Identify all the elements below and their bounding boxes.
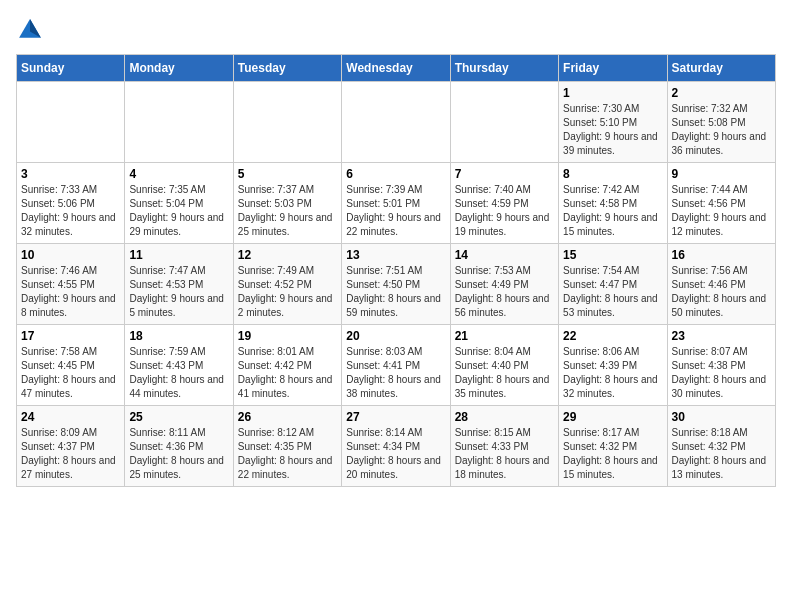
- day-number: 25: [129, 410, 228, 424]
- day-info: Sunrise: 7:53 AM Sunset: 4:49 PM Dayligh…: [455, 264, 554, 320]
- calendar-day-cell: 1Sunrise: 7:30 AM Sunset: 5:10 PM Daylig…: [559, 82, 667, 163]
- day-number: 19: [238, 329, 337, 343]
- day-number: 2: [672, 86, 771, 100]
- calendar-table: SundayMondayTuesdayWednesdayThursdayFrid…: [16, 54, 776, 487]
- weekday-header-row: SundayMondayTuesdayWednesdayThursdayFrid…: [17, 55, 776, 82]
- calendar-day-cell: 14Sunrise: 7:53 AM Sunset: 4:49 PM Dayli…: [450, 244, 558, 325]
- day-number: 14: [455, 248, 554, 262]
- day-number: 15: [563, 248, 662, 262]
- calendar-day-cell: 6Sunrise: 7:39 AM Sunset: 5:01 PM Daylig…: [342, 163, 450, 244]
- day-info: Sunrise: 7:37 AM Sunset: 5:03 PM Dayligh…: [238, 183, 337, 239]
- day-info: Sunrise: 7:58 AM Sunset: 4:45 PM Dayligh…: [21, 345, 120, 401]
- day-number: 11: [129, 248, 228, 262]
- day-info: Sunrise: 8:09 AM Sunset: 4:37 PM Dayligh…: [21, 426, 120, 482]
- calendar-day-cell: 20Sunrise: 8:03 AM Sunset: 4:41 PM Dayli…: [342, 325, 450, 406]
- day-number: 30: [672, 410, 771, 424]
- day-info: Sunrise: 7:49 AM Sunset: 4:52 PM Dayligh…: [238, 264, 337, 320]
- day-info: Sunrise: 7:46 AM Sunset: 4:55 PM Dayligh…: [21, 264, 120, 320]
- day-info: Sunrise: 7:40 AM Sunset: 4:59 PM Dayligh…: [455, 183, 554, 239]
- day-info: Sunrise: 7:59 AM Sunset: 4:43 PM Dayligh…: [129, 345, 228, 401]
- day-info: Sunrise: 8:06 AM Sunset: 4:39 PM Dayligh…: [563, 345, 662, 401]
- day-info: Sunrise: 7:42 AM Sunset: 4:58 PM Dayligh…: [563, 183, 662, 239]
- day-info: Sunrise: 8:12 AM Sunset: 4:35 PM Dayligh…: [238, 426, 337, 482]
- calendar-day-cell: 5Sunrise: 7:37 AM Sunset: 5:03 PM Daylig…: [233, 163, 341, 244]
- day-info: Sunrise: 7:44 AM Sunset: 4:56 PM Dayligh…: [672, 183, 771, 239]
- calendar-day-cell: 4Sunrise: 7:35 AM Sunset: 5:04 PM Daylig…: [125, 163, 233, 244]
- calendar-day-cell: 28Sunrise: 8:15 AM Sunset: 4:33 PM Dayli…: [450, 406, 558, 487]
- calendar-week-row: 10Sunrise: 7:46 AM Sunset: 4:55 PM Dayli…: [17, 244, 776, 325]
- day-info: Sunrise: 8:03 AM Sunset: 4:41 PM Dayligh…: [346, 345, 445, 401]
- day-number: 12: [238, 248, 337, 262]
- day-info: Sunrise: 7:39 AM Sunset: 5:01 PM Dayligh…: [346, 183, 445, 239]
- day-number: 28: [455, 410, 554, 424]
- calendar-day-cell: 17Sunrise: 7:58 AM Sunset: 4:45 PM Dayli…: [17, 325, 125, 406]
- day-number: 18: [129, 329, 228, 343]
- day-info: Sunrise: 7:51 AM Sunset: 4:50 PM Dayligh…: [346, 264, 445, 320]
- day-info: Sunrise: 8:04 AM Sunset: 4:40 PM Dayligh…: [455, 345, 554, 401]
- day-number: 29: [563, 410, 662, 424]
- calendar-day-cell: 10Sunrise: 7:46 AM Sunset: 4:55 PM Dayli…: [17, 244, 125, 325]
- day-number: 20: [346, 329, 445, 343]
- page-header: [16, 16, 776, 44]
- calendar-day-cell: 30Sunrise: 8:18 AM Sunset: 4:32 PM Dayli…: [667, 406, 775, 487]
- calendar-day-cell: 22Sunrise: 8:06 AM Sunset: 4:39 PM Dayli…: [559, 325, 667, 406]
- calendar-day-cell: 15Sunrise: 7:54 AM Sunset: 4:47 PM Dayli…: [559, 244, 667, 325]
- calendar-week-row: 1Sunrise: 7:30 AM Sunset: 5:10 PM Daylig…: [17, 82, 776, 163]
- calendar-week-row: 24Sunrise: 8:09 AM Sunset: 4:37 PM Dayli…: [17, 406, 776, 487]
- day-info: Sunrise: 8:14 AM Sunset: 4:34 PM Dayligh…: [346, 426, 445, 482]
- day-info: Sunrise: 7:54 AM Sunset: 4:47 PM Dayligh…: [563, 264, 662, 320]
- calendar-day-cell: [125, 82, 233, 163]
- calendar-day-cell: 19Sunrise: 8:01 AM Sunset: 4:42 PM Dayli…: [233, 325, 341, 406]
- calendar-day-cell: 9Sunrise: 7:44 AM Sunset: 4:56 PM Daylig…: [667, 163, 775, 244]
- day-info: Sunrise: 7:47 AM Sunset: 4:53 PM Dayligh…: [129, 264, 228, 320]
- day-number: 23: [672, 329, 771, 343]
- weekday-header: Thursday: [450, 55, 558, 82]
- day-info: Sunrise: 7:35 AM Sunset: 5:04 PM Dayligh…: [129, 183, 228, 239]
- calendar-day-cell: 11Sunrise: 7:47 AM Sunset: 4:53 PM Dayli…: [125, 244, 233, 325]
- day-number: 24: [21, 410, 120, 424]
- day-number: 6: [346, 167, 445, 181]
- calendar-day-cell: 25Sunrise: 8:11 AM Sunset: 4:36 PM Dayli…: [125, 406, 233, 487]
- day-number: 1: [563, 86, 662, 100]
- calendar-day-cell: 3Sunrise: 7:33 AM Sunset: 5:06 PM Daylig…: [17, 163, 125, 244]
- day-number: 3: [21, 167, 120, 181]
- weekday-header: Saturday: [667, 55, 775, 82]
- day-info: Sunrise: 7:56 AM Sunset: 4:46 PM Dayligh…: [672, 264, 771, 320]
- day-number: 5: [238, 167, 337, 181]
- weekday-header: Sunday: [17, 55, 125, 82]
- calendar-day-cell: 23Sunrise: 8:07 AM Sunset: 4:38 PM Dayli…: [667, 325, 775, 406]
- calendar-day-cell: 26Sunrise: 8:12 AM Sunset: 4:35 PM Dayli…: [233, 406, 341, 487]
- calendar-week-row: 17Sunrise: 7:58 AM Sunset: 4:45 PM Dayli…: [17, 325, 776, 406]
- calendar-day-cell: 18Sunrise: 7:59 AM Sunset: 4:43 PM Dayli…: [125, 325, 233, 406]
- calendar-day-cell: 21Sunrise: 8:04 AM Sunset: 4:40 PM Dayli…: [450, 325, 558, 406]
- day-info: Sunrise: 8:18 AM Sunset: 4:32 PM Dayligh…: [672, 426, 771, 482]
- weekday-header: Tuesday: [233, 55, 341, 82]
- calendar-week-row: 3Sunrise: 7:33 AM Sunset: 5:06 PM Daylig…: [17, 163, 776, 244]
- calendar-day-cell: [233, 82, 341, 163]
- weekday-header: Monday: [125, 55, 233, 82]
- day-number: 9: [672, 167, 771, 181]
- logo-icon: [16, 16, 44, 44]
- day-info: Sunrise: 8:17 AM Sunset: 4:32 PM Dayligh…: [563, 426, 662, 482]
- day-info: Sunrise: 8:15 AM Sunset: 4:33 PM Dayligh…: [455, 426, 554, 482]
- calendar-day-cell: 7Sunrise: 7:40 AM Sunset: 4:59 PM Daylig…: [450, 163, 558, 244]
- day-info: Sunrise: 8:01 AM Sunset: 4:42 PM Dayligh…: [238, 345, 337, 401]
- calendar-day-cell: 12Sunrise: 7:49 AM Sunset: 4:52 PM Dayli…: [233, 244, 341, 325]
- day-number: 26: [238, 410, 337, 424]
- calendar-day-cell: 2Sunrise: 7:32 AM Sunset: 5:08 PM Daylig…: [667, 82, 775, 163]
- calendar-day-cell: 27Sunrise: 8:14 AM Sunset: 4:34 PM Dayli…: [342, 406, 450, 487]
- day-number: 16: [672, 248, 771, 262]
- day-info: Sunrise: 7:30 AM Sunset: 5:10 PM Dayligh…: [563, 102, 662, 158]
- calendar-day-cell: [17, 82, 125, 163]
- weekday-header: Friday: [559, 55, 667, 82]
- day-number: 8: [563, 167, 662, 181]
- day-number: 4: [129, 167, 228, 181]
- day-info: Sunrise: 8:07 AM Sunset: 4:38 PM Dayligh…: [672, 345, 771, 401]
- calendar-day-cell: [450, 82, 558, 163]
- calendar-day-cell: 13Sunrise: 7:51 AM Sunset: 4:50 PM Dayli…: [342, 244, 450, 325]
- calendar-day-cell: [342, 82, 450, 163]
- day-number: 7: [455, 167, 554, 181]
- day-info: Sunrise: 8:11 AM Sunset: 4:36 PM Dayligh…: [129, 426, 228, 482]
- day-info: Sunrise: 7:33 AM Sunset: 5:06 PM Dayligh…: [21, 183, 120, 239]
- logo: [16, 16, 48, 44]
